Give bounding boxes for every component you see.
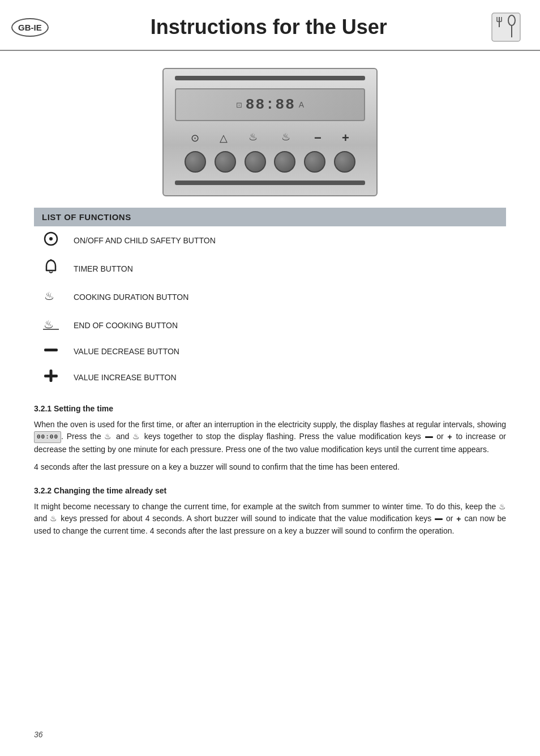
icon-increase <box>34 363 68 392</box>
svg-point-11 <box>49 237 53 240</box>
label-increase: VALUE INCREASE BUTTON <box>68 363 506 392</box>
label-timer: TIMER BUTTON <box>68 255 506 283</box>
svg-rect-17 <box>44 349 58 351</box>
function-row-timer: TIMER BUTTON <box>34 255 506 283</box>
oven-symbol-waves2: ♨ <box>281 130 294 145</box>
oven-symbol-plus: + <box>342 131 349 145</box>
oven-button-5 <box>304 151 325 173</box>
oven-display: ⊡ 88:88 A <box>175 88 365 121</box>
icon-end-cooking: ♨ <box>34 311 68 340</box>
oven-circles-row <box>175 151 365 173</box>
function-row-decrease: VALUE DECREASE BUTTON <box>34 340 506 363</box>
label-end-cooking: END OF COOKING BUTTON <box>68 311 506 340</box>
oven-button-3 <box>245 151 266 173</box>
section-322-title: 3.2.2 Changing the time already set <box>34 485 506 497</box>
function-row-end-cooking: ♨ END OF COOKING BUTTON <box>34 311 506 340</box>
section-321-title: 3.2.1 Setting the time <box>34 403 506 415</box>
section-321-para1: When the oven is used for the first time… <box>34 419 506 456</box>
icon-decrease <box>34 340 68 363</box>
oven-panel: ⊡ 88:88 A ⊙ △ ♨ ♨ − + <box>162 68 378 196</box>
svg-text:♨: ♨ <box>281 131 290 143</box>
svg-rect-0 <box>492 13 520 41</box>
inline-minus-2 <box>435 518 443 520</box>
section-321-para2: 4 seconds after the last pressure on a k… <box>34 461 506 474</box>
inline-plus-1: + <box>448 431 452 444</box>
oven-display-letter: A <box>299 100 304 109</box>
page-number: 36 <box>34 730 43 739</box>
label-cooking-duration: COOKING DURATION BUTTON <box>68 283 506 311</box>
function-row-cooking-duration: ♨ COOKING DURATION BUTTON <box>34 283 506 311</box>
oven-top-bar <box>175 76 365 80</box>
functions-header: LIST OF FUNCTIONS <box>34 208 506 226</box>
oven-button-4 <box>274 151 295 173</box>
icon-cooking-duration: ♨ <box>34 283 68 311</box>
kitchen-icon <box>489 10 523 44</box>
function-row-onoff: ON/OFF AND CHILD SAFETY BUTTON <box>34 226 506 255</box>
oven-button-6 <box>334 151 355 173</box>
oven-display-prefix-icon: ⊡ <box>236 101 242 109</box>
svg-text:♨: ♨ <box>248 131 258 143</box>
oven-display-time: 88:88 <box>246 96 295 113</box>
function-row-increase: VALUE INCREASE BUTTON <box>34 363 506 392</box>
oven-symbol-waves1: ♨ <box>248 130 261 145</box>
oven-symbol-minus: − <box>314 131 322 145</box>
inline-plus-2: + <box>456 513 461 526</box>
oven-buttons-row: ⊙ △ ♨ ♨ − + <box>175 130 365 145</box>
oven-button-1 <box>185 151 206 173</box>
country-logo: GB-IE <box>11 18 49 37</box>
label-onoff: ON/OFF AND CHILD SAFETY BUTTON <box>68 226 506 255</box>
inline-display-0000: 00:00 <box>34 431 61 443</box>
functions-table: ON/OFF AND CHILD SAFETY BUTTON TIMER BUT… <box>34 226 506 392</box>
section-322-para1: It might become necessary to change the … <box>34 501 506 538</box>
label-decrease: VALUE DECREASE BUTTON <box>68 340 506 363</box>
page-title: Instructions for the User <box>49 15 489 39</box>
svg-text:♨: ♨ <box>44 290 54 302</box>
oven-illustration: ⊡ 88:88 A ⊙ △ ♨ ♨ − + <box>0 68 540 196</box>
oven-symbol-onoff: ⊙ <box>191 132 199 144</box>
functions-section: LIST OF FUNCTIONS ON/OFF AND CHILD SAFET… <box>34 208 506 392</box>
svg-rect-19 <box>50 370 53 382</box>
content-area: 3.2.1 Setting the time When the oven is … <box>34 403 506 538</box>
oven-symbol-bell: △ <box>220 132 228 144</box>
page-header: GB-IE Instructions for the User <box>0 0 540 51</box>
oven-button-2 <box>215 151 236 173</box>
icon-timer <box>34 255 68 283</box>
svg-text:♨: ♨ <box>44 318 54 330</box>
icon-onoff <box>34 226 68 255</box>
inline-minus-1 <box>425 436 433 438</box>
oven-bottom-bar <box>175 181 365 185</box>
